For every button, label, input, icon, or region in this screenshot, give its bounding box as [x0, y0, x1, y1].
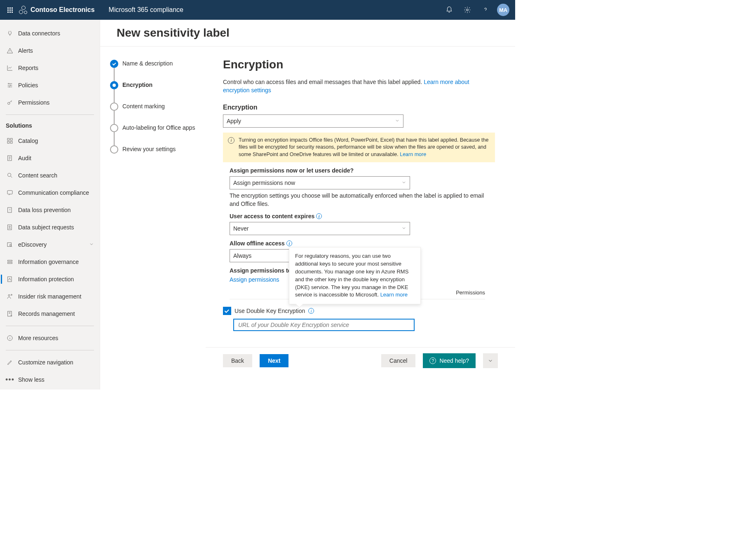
step-name-description[interactable]: Name & description	[110, 60, 206, 68]
audit-icon	[7, 155, 13, 161]
step-auto-labeling[interactable]: Auto-labeling for Office apps	[110, 124, 206, 132]
dke-url-input[interactable]	[234, 319, 414, 331]
nav-information-protection[interactable]: Information protection	[0, 271, 100, 288]
waffle-icon	[7, 7, 13, 13]
step-review[interactable]: Review your settings	[110, 145, 206, 154]
main-header: New sensitivity label	[100, 20, 515, 47]
app-name: Microsoft 365 compliance	[109, 6, 183, 14]
svg-rect-3	[10, 138, 12, 140]
nav-ediscovery[interactable]: eDiscovery	[0, 236, 100, 253]
svg-point-7	[8, 173, 11, 177]
risk-icon	[7, 293, 13, 300]
pencil-icon	[7, 359, 13, 366]
dsr-icon	[7, 224, 13, 231]
need-help-button[interactable]: ?Need help?	[423, 353, 476, 368]
info-icon	[7, 335, 13, 341]
nav-data-loss-prevention[interactable]: Data loss prevention	[0, 201, 100, 219]
help-button[interactable]	[477, 0, 494, 20]
svg-rect-16	[8, 277, 12, 282]
chevron-down-icon	[488, 358, 493, 364]
nav-data-connectors[interactable]: Data connectors	[0, 25, 100, 42]
app-launcher[interactable]	[3, 3, 16, 16]
key-icon	[7, 99, 13, 106]
svg-point-18	[11, 294, 12, 296]
offline-label: Allow offline access i	[230, 240, 507, 247]
tooltip-learn-more-link[interactable]: Learn more	[380, 292, 408, 298]
catalog-icon	[7, 138, 13, 144]
svg-point-0	[467, 9, 469, 11]
svg-point-17	[8, 294, 10, 296]
dots-icon: •••	[6, 376, 14, 384]
main: New sensitivity label Name & description…	[100, 20, 515, 390]
records-icon	[7, 310, 13, 317]
nav-divider	[6, 350, 94, 350]
assign-mode-label: Assign permissions now or let users deci…	[230, 167, 507, 174]
search-icon	[7, 172, 13, 179]
nav-catalog[interactable]: Catalog	[0, 132, 100, 149]
info-icon: i	[228, 137, 234, 144]
chart-icon	[7, 65, 13, 71]
info-icon[interactable]: i	[286, 240, 292, 246]
chevron-down-icon	[395, 118, 400, 124]
dke-tooltip: For regulatory reasons, you can use two …	[289, 247, 421, 304]
nav-records-management[interactable]: Records management	[0, 305, 100, 322]
back-button[interactable]: Back	[223, 354, 252, 367]
encryption-mode-dropdown[interactable]: Apply	[223, 114, 403, 128]
assign-permissions-link[interactable]: Assign permissions	[230, 276, 279, 283]
panel-description: Control who can access files and email m…	[223, 78, 478, 95]
nav-more-resources[interactable]: More resources	[0, 329, 100, 347]
dlp-icon	[7, 207, 13, 213]
nav-show-less[interactable]: •••Show less	[0, 371, 100, 388]
question-icon: ?	[429, 357, 436, 364]
banner-learn-more-link[interactable]: Learn more	[400, 152, 426, 157]
wizard-steps: Name & description Encryption Content ma…	[100, 47, 206, 390]
nav-data-subject-requests[interactable]: Data subject requests	[0, 219, 100, 236]
settings-button[interactable]	[459, 0, 476, 20]
step-encryption[interactable]: Encryption	[110, 81, 206, 89]
next-button[interactable]: Next	[260, 354, 288, 367]
bell-icon	[446, 6, 453, 14]
nav-divider	[6, 114, 94, 115]
question-icon	[482, 6, 489, 14]
nav-customize[interactable]: Customize navigation	[0, 354, 100, 371]
nav-information-governance[interactable]: Information governance	[0, 253, 100, 271]
alert-icon	[7, 47, 13, 54]
user-avatar[interactable]: MA	[497, 4, 509, 16]
info-icon[interactable]: i	[316, 213, 322, 219]
brand-icon	[19, 6, 27, 14]
top-bar: Contoso Electronics Microsoft 365 compli…	[0, 0, 515, 20]
step-content-marking[interactable]: Content marking	[110, 103, 206, 111]
left-nav: Data connectors Alerts Reports Policies …	[0, 20, 100, 390]
encryption-impact-banner: i Turning on encryption impacts Office f…	[223, 133, 495, 163]
nav-communication-compliance[interactable]: Communication compliance	[0, 184, 100, 201]
expires-dropdown[interactable]: Never	[230, 222, 410, 235]
assign-mode-dropdown[interactable]: Assign permissions now	[230, 176, 410, 189]
help-collapse-button[interactable]	[483, 353, 498, 368]
expires-label: User access to content expires i	[230, 213, 507, 219]
nav-policies[interactable]: Policies	[0, 77, 100, 94]
dke-checkbox[interactable]	[223, 307, 231, 315]
brand[interactable]: Contoso Electronics	[19, 6, 95, 14]
page-title: New sensitivity label	[117, 26, 515, 40]
encryption-section-label: Encryption	[223, 104, 507, 111]
chat-icon	[7, 189, 13, 196]
sliders-icon	[7, 82, 13, 89]
nav-insider-risk[interactable]: Insider risk management	[0, 288, 100, 305]
svg-rect-15	[8, 262, 12, 264]
dke-label: Use Double Key Encryption	[234, 308, 305, 314]
governance-icon	[7, 259, 13, 265]
nav-reports[interactable]: Reports	[0, 59, 100, 77]
nav-alerts[interactable]: Alerts	[0, 42, 100, 59]
panel-heading: Encryption	[223, 58, 507, 71]
nav-audit[interactable]: Audit	[0, 149, 100, 167]
nav-section-solutions: Solutions	[0, 118, 100, 132]
nav-permissions[interactable]: Permissions	[0, 94, 100, 111]
nav-content-search[interactable]: Content search	[0, 167, 100, 184]
notifications-button[interactable]	[441, 0, 457, 20]
svg-rect-5	[10, 141, 12, 143]
info-icon[interactable]: i	[308, 308, 314, 314]
cancel-button[interactable]: Cancel	[381, 354, 416, 367]
dke-row: Use Double Key Encryption i For regulato…	[223, 307, 507, 315]
brand-name: Contoso Electronics	[30, 6, 95, 14]
form-panel: Encryption Control who can access files …	[206, 47, 515, 390]
